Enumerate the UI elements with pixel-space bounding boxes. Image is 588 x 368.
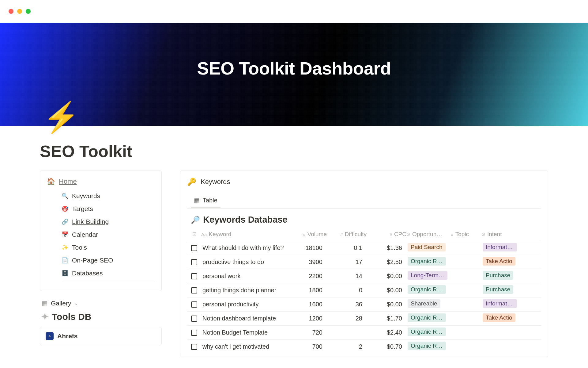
opportunity-tag[interactable]: Organic R… xyxy=(408,257,446,266)
row-checkbox[interactable] xyxy=(191,287,197,293)
cell-keyword[interactable]: why can't i get motivated xyxy=(201,340,290,353)
cell-keyword[interactable]: productive things to do xyxy=(201,255,290,269)
tool-card-ahrefs[interactable]: a Ahrefs xyxy=(40,327,162,345)
table-row[interactable]: Notion Budget Template720$2.40Organic R… xyxy=(187,326,541,340)
row-checkbox[interactable] xyxy=(191,259,197,265)
sidebar-item-tools[interactable]: ✨Tools xyxy=(62,242,155,253)
opportunity-tag[interactable]: Long-Term… xyxy=(408,271,447,280)
opportunity-tag[interactable]: Organic R… xyxy=(408,313,446,322)
cell-opportunity[interactable]: Shareable xyxy=(406,297,451,311)
cell-opportunity[interactable]: Organic R… xyxy=(406,312,451,325)
cell-keyword[interactable]: personal work xyxy=(201,270,290,283)
view-switcher-gallery[interactable]: ▦ Gallery ⌄ xyxy=(42,300,162,307)
cell-topic[interactable] xyxy=(451,331,481,335)
cell-cpc[interactable]: $2.50 xyxy=(367,259,406,266)
cell-volume[interactable]: 3900 xyxy=(290,259,327,266)
window-zoom-button[interactable] xyxy=(26,9,31,14)
opportunity-tag[interactable]: Organic R… xyxy=(408,342,446,350)
cell-intent[interactable] xyxy=(481,331,518,335)
cell-volume[interactable]: 700 xyxy=(290,343,327,350)
cell-topic[interactable] xyxy=(451,246,481,250)
row-checkbox[interactable] xyxy=(191,245,197,251)
table-row[interactable]: personal productivity160036$0.00Shareabl… xyxy=(187,297,541,312)
row-checkbox[interactable] xyxy=(191,273,197,279)
table-row[interactable]: personal work220014$0.00Long-Term…Purcha… xyxy=(187,269,541,283)
row-checkbox[interactable] xyxy=(191,344,197,350)
cell-volume[interactable]: 1200 xyxy=(290,315,327,322)
cell-topic[interactable] xyxy=(451,303,481,306)
sidebar-item-calendar[interactable]: 📅Calendar xyxy=(62,229,155,240)
table-row[interactable]: getting things done planner18000$0.00Org… xyxy=(187,283,541,297)
table-row[interactable]: why can't i get motivated7002$0.70Organi… xyxy=(187,340,541,354)
sidebar-item-on-page-seo[interactable]: 📄On-Page SEO xyxy=(62,255,155,266)
cell-cpc[interactable]: $0.00 xyxy=(367,301,406,308)
cell-difficulty[interactable]: 0 xyxy=(327,287,367,294)
cell-keyword[interactable]: getting things done planner xyxy=(201,284,290,297)
cell-cpc[interactable]: $0.00 xyxy=(367,287,406,294)
window-minimize-button[interactable] xyxy=(17,9,22,14)
sidebar-item-targets[interactable]: 🎯Targets xyxy=(62,203,155,214)
cell-cpc[interactable]: $1.70 xyxy=(367,315,406,322)
sidebar-item-home[interactable]: 🏠 Home xyxy=(47,178,155,186)
sidebar-item-keywords[interactable]: 🔍Keywords xyxy=(62,190,155,201)
cell-volume[interactable]: 720 xyxy=(290,329,327,336)
intent-tag[interactable]: Purchase xyxy=(483,271,513,280)
cell-intent[interactable]: Informati… xyxy=(481,241,518,255)
database-title[interactable]: 🔎 Keywords Database xyxy=(187,215,541,229)
cell-topic[interactable] xyxy=(451,317,481,320)
row-checkbox[interactable] xyxy=(191,330,197,336)
cell-keyword[interactable]: Notion dashboard template xyxy=(201,312,290,325)
cell-opportunity[interactable]: Organic R… xyxy=(406,340,451,354)
cell-volume[interactable]: 18100 xyxy=(290,244,327,251)
intent-tag[interactable]: Informati… xyxy=(483,299,517,308)
cell-intent[interactable]: Purchase xyxy=(481,269,518,283)
opportunity-tag[interactable]: Organic R… xyxy=(408,328,446,336)
row-checkbox[interactable] xyxy=(191,316,197,322)
tab-table[interactable]: ▦ Table xyxy=(191,194,221,208)
cell-cpc[interactable]: $0.00 xyxy=(367,273,406,280)
cell-opportunity[interactable]: Paid Search xyxy=(406,241,451,255)
page-icon[interactable]: ⚡ xyxy=(43,102,80,132)
cell-keyword[interactable]: What should I do with my life? xyxy=(201,241,290,255)
cell-difficulty[interactable]: 36 xyxy=(327,301,367,308)
cell-cpc[interactable]: $2.40 xyxy=(367,329,406,336)
keywords-panel-header[interactable]: 🔑 Keywords xyxy=(187,178,541,186)
opportunity-tag[interactable]: Organic R… xyxy=(408,285,446,294)
opportunity-tag[interactable]: Shareable xyxy=(408,299,440,308)
cell-topic[interactable] xyxy=(451,289,481,292)
cell-opportunity[interactable]: Organic R… xyxy=(406,283,451,297)
cell-intent[interactable]: Informati… xyxy=(481,297,518,311)
cell-intent[interactable] xyxy=(481,345,518,349)
cell-difficulty[interactable]: 14 xyxy=(327,273,367,280)
sidebar-item-link-building[interactable]: 🔗Link-Building xyxy=(62,216,155,227)
cell-volume[interactable]: 1800 xyxy=(290,287,327,294)
cell-volume[interactable]: 2200 xyxy=(290,273,327,280)
cell-opportunity[interactable]: Organic R… xyxy=(406,255,451,269)
cell-topic[interactable] xyxy=(451,345,481,349)
cell-cpc[interactable]: $0.70 xyxy=(367,343,406,350)
cell-topic[interactable] xyxy=(451,260,481,264)
opportunity-tag[interactable]: Paid Search xyxy=(408,243,446,251)
cell-difficulty[interactable]: 0.1 xyxy=(327,244,367,251)
cell-difficulty[interactable]: 17 xyxy=(327,259,367,266)
cell-volume[interactable]: 1600 xyxy=(290,301,327,308)
sidebar-item-databases[interactable]: 🗄️Databases xyxy=(62,268,155,279)
cell-intent[interactable]: Take Actio xyxy=(481,312,518,325)
intent-tag[interactable]: Purchase xyxy=(483,285,513,294)
table-row[interactable]: Notion dashboard template120028$1.70Orga… xyxy=(187,312,541,326)
intent-tag[interactable]: Informati… xyxy=(483,243,517,251)
cell-intent[interactable]: Take Actio xyxy=(481,255,518,269)
cell-keyword[interactable]: Notion Budget Template xyxy=(201,326,290,339)
cell-opportunity[interactable]: Organic R… xyxy=(406,326,451,339)
cell-opportunity[interactable]: Long-Term… xyxy=(406,269,451,283)
cell-intent[interactable]: Purchase xyxy=(481,283,518,297)
window-close-button[interactable] xyxy=(9,9,13,14)
table-row[interactable]: What should I do with my life?181000.1$1… xyxy=(187,241,541,255)
cell-difficulty[interactable]: 28 xyxy=(327,315,367,322)
cell-keyword[interactable]: personal productivity xyxy=(201,298,290,311)
cell-topic[interactable] xyxy=(451,274,481,278)
cell-difficulty[interactable]: 2 xyxy=(327,343,367,350)
row-checkbox[interactable] xyxy=(191,301,197,308)
intent-tag[interactable]: Take Actio xyxy=(483,313,515,322)
table-row[interactable]: productive things to do390017$2.50Organi… xyxy=(187,255,541,269)
